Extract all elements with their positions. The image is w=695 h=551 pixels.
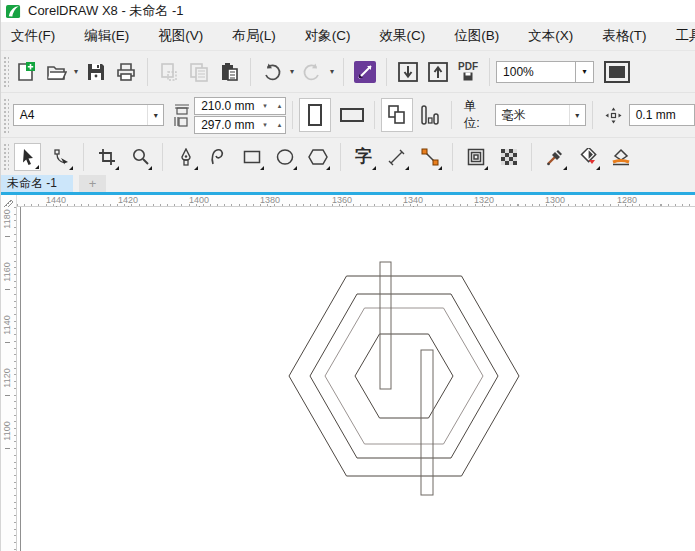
drawing-svg[interactable] [17, 207, 695, 551]
interactive-fill-tool[interactable] [574, 143, 601, 171]
transparency-tool[interactable] [495, 143, 522, 171]
horizontal-ruler[interactable]: 1440 1420 1400 1380 1360 1340 1320 1300 … [1, 195, 695, 207]
crop-tool[interactable] [93, 143, 120, 171]
landscape-icon [340, 108, 364, 122]
ruler-label: 1340 [403, 195, 423, 205]
cut-icon [158, 61, 180, 83]
ruler-label: 1440 [46, 195, 66, 205]
propbar-separator [292, 101, 293, 129]
zoom-tool-icon [131, 148, 149, 166]
all-pages-icon [386, 104, 408, 126]
menu-text[interactable]: 文本(X) [528, 23, 573, 49]
page-size-value: A4 [14, 108, 148, 122]
menu-tools[interactable]: 工具(O) [676, 23, 695, 49]
fullscreen-preview-button[interactable] [602, 57, 632, 87]
new-document-icon [15, 61, 37, 83]
shape-tool-icon [52, 148, 70, 166]
print-icon [115, 61, 137, 83]
connector-tool[interactable] [416, 143, 443, 171]
menu-file[interactable]: 文件(F) [11, 23, 55, 49]
pdf-label: PDF [458, 62, 478, 72]
zoom-tool[interactable] [126, 143, 153, 171]
hexagon-shape[interactable] [289, 276, 519, 476]
rectangle-tool[interactable] [238, 143, 265, 171]
text-tool[interactable]: 字 [350, 143, 377, 171]
zoom-level-dropdown[interactable]: ▾ [576, 61, 594, 83]
ruler-label: 1300 [545, 195, 565, 205]
open-dropdown-caret[interactable]: ▾ [71, 67, 81, 76]
pick-tool[interactable] [14, 143, 41, 171]
rectangle-shape[interactable] [380, 262, 391, 389]
menu-bitmaps[interactable]: 位图(B) [454, 23, 499, 49]
menu-table[interactable]: 表格(T) [602, 23, 646, 49]
smart-fill-tool-icon [611, 148, 631, 166]
import-button[interactable] [393, 57, 423, 87]
paste-button[interactable] [214, 57, 244, 87]
document-tab-active[interactable]: 未命名 -1 [1, 175, 73, 192]
export-button[interactable] [423, 57, 453, 87]
redo-dropdown-caret[interactable]: ▾ [327, 67, 337, 76]
undo-button[interactable] [257, 57, 287, 87]
zoom-level-combobox[interactable]: 100% [496, 61, 576, 83]
page-height-spinner[interactable]: ▾▴ [263, 121, 285, 129]
propbar-grip[interactable] [2, 97, 9, 133]
page-dimensions-button[interactable] [415, 98, 445, 132]
vertical-ruler[interactable]: 1180 1160 1140 1120 1100 [1, 207, 17, 551]
coreldraw-logo-icon [6, 4, 21, 19]
page-width-spinner[interactable]: ▾▴ [263, 102, 285, 110]
menu-edit[interactable]: 编辑(E) [84, 23, 129, 49]
hexagon-shape[interactable] [310, 294, 498, 458]
undo-dropdown-caret[interactable]: ▾ [287, 67, 297, 76]
standard-toolbar: ▾ [1, 50, 695, 92]
interactive-fill-tool-icon [578, 148, 598, 166]
ruler-label: 1400 [189, 195, 209, 205]
smart-fill-tool[interactable] [607, 143, 634, 171]
menu-effects[interactable]: 效果(C) [380, 23, 426, 49]
transparency-tool-icon [500, 148, 518, 166]
units-combobox[interactable]: 毫米 ▾ [495, 104, 586, 126]
landscape-button[interactable] [335, 98, 367, 132]
toolbar-grip[interactable] [2, 55, 9, 88]
menu-object[interactable]: 对象(C) [305, 23, 351, 49]
dimension-tool[interactable] [383, 143, 410, 171]
page-height-field[interactable]: 297.0 mm ▾▴ [194, 116, 286, 134]
toolbox-grip[interactable] [2, 142, 9, 171]
new-document-tab-button[interactable]: + [79, 175, 106, 192]
eyedropper-tool[interactable] [541, 143, 568, 171]
new-document-button[interactable] [11, 57, 41, 87]
toolbar-separator [147, 58, 148, 86]
toolbox-separator [340, 143, 341, 171]
rectangle-shape[interactable] [421, 350, 433, 495]
ruler-label: 1380 [260, 195, 280, 205]
freehand-tool[interactable] [205, 143, 232, 171]
contour-tool[interactable] [462, 143, 489, 171]
open-button[interactable] [41, 57, 71, 87]
ruler-label: 1320 [474, 195, 494, 205]
ruler-ticks [14, 207, 16, 551]
shape-tool[interactable] [47, 143, 74, 171]
open-folder-icon [45, 61, 67, 83]
copy-icon [188, 61, 210, 83]
rectangle-tool-icon [243, 148, 261, 166]
menu-view[interactable]: 视图(V) [158, 23, 203, 49]
print-button[interactable] [111, 57, 141, 87]
ruler-label: 1420 [118, 195, 138, 205]
search-content-button[interactable] [350, 57, 380, 87]
pen-tool[interactable] [172, 143, 199, 171]
all-pages-button[interactable] [381, 98, 413, 132]
ellipse-tool[interactable] [271, 143, 298, 171]
portrait-button[interactable] [299, 98, 331, 132]
drawing-canvas[interactable] [17, 207, 695, 551]
hexagon-shape[interactable] [355, 334, 453, 418]
polygon-tool[interactable] [304, 143, 331, 171]
menu-layout[interactable]: 布局(L) [232, 23, 276, 49]
page-width-field[interactable]: 210.0 mm ▾▴ [194, 97, 286, 115]
save-button[interactable] [81, 57, 111, 87]
import-icon [396, 60, 420, 84]
text-tool-glyph: 字 [355, 148, 372, 165]
nudge-offset-icon [605, 107, 622, 124]
page-size-combobox[interactable]: A4 ▾ [13, 104, 165, 126]
publish-pdf-button[interactable]: PDF [453, 57, 483, 87]
hexagon-shape[interactable] [325, 308, 483, 444]
nudge-offset-field[interactable]: 0.1 mm [629, 104, 695, 126]
